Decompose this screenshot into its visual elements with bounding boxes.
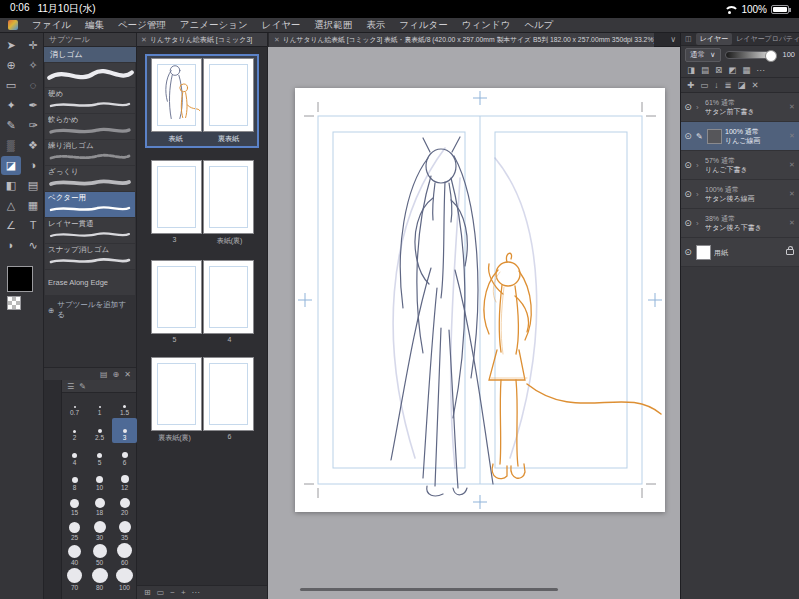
brush-size-option[interactable]: 1 — [87, 393, 112, 418]
subtool-item-kneaded[interactable]: 練り消しゴム — [45, 140, 135, 165]
brush-size-option[interactable]: 18 — [87, 493, 112, 518]
layer-row-action-icon[interactable]: ✕ — [788, 161, 796, 169]
move-tool-icon[interactable]: ✛ — [23, 36, 43, 55]
correct-line-tool-icon[interactable]: ∿ — [23, 236, 43, 255]
wand-tool-icon[interactable]: ✦ — [1, 96, 21, 115]
brush-size-menu-icon[interactable]: ☰ — [67, 382, 74, 391]
clip-at-layer-icon[interactable]: ◨ — [687, 65, 695, 75]
spread-4[interactable]: 裏表紙(裏) 6 — [147, 357, 257, 443]
lasso-tool-icon[interactable]: ◌ — [23, 76, 43, 95]
brush-size-option[interactable]: 8 — [62, 468, 87, 493]
foreground-color-swatch[interactable] — [7, 266, 33, 292]
tab-layer-property[interactable]: レイヤープロパティ — [736, 34, 799, 44]
lock-transparent-pixel-icon[interactable]: ▤ — [701, 65, 709, 75]
subtool-item-soft[interactable]: 軟らかめ — [45, 114, 135, 139]
layer-visibility-icon[interactable]: ⊙ — [683, 218, 693, 228]
brush-size-option[interactable]: 2 — [62, 418, 87, 443]
text-tool-icon[interactable]: T — [23, 216, 43, 235]
layer-visibility-icon[interactable]: ⊙ — [683, 247, 693, 257]
layer-row[interactable]: ⊙ › 100% 通常サタン後ろ線画 ✕ — [681, 180, 799, 209]
chevron-right-icon[interactable]: › — [696, 161, 702, 170]
menu-animation[interactable]: アニメーション — [180, 19, 248, 32]
layer-row[interactable]: ⊙ › 57% 通常りんご下書き ✕ — [681, 151, 799, 180]
pen-tool-icon[interactable]: ✒ — [23, 96, 43, 115]
brush-size-option[interactable]: 40 — [62, 543, 87, 568]
brush-size-option[interactable]: 20 — [112, 493, 137, 518]
brush-size-option[interactable]: 60 — [112, 543, 137, 568]
ruler-tool-icon[interactable]: ∠ — [1, 216, 21, 235]
new-layer-icon[interactable]: ✚ — [687, 80, 694, 90]
subtool-menu-icon[interactable]: ▤ — [100, 370, 108, 379]
add-subtool-button[interactable]: ⊕ サブツールを追加する — [44, 295, 136, 325]
layer-row-action-icon[interactable]: ✕ — [788, 103, 796, 111]
layer-row-action-icon[interactable]: ✕ — [788, 190, 796, 198]
canvas-tab[interactable]: ✕ りんサタりん絵表紙 [コミック3] 表紙・裏表紙/8 (420.00 x 2… — [268, 33, 654, 47]
layer-visibility-icon[interactable]: ⊙ — [683, 102, 693, 112]
layer-row[interactable]: ⊙ › 61% 通常サタン前下書き ✕ — [681, 93, 799, 122]
zoom-tool-icon[interactable]: ⊕ — [1, 56, 21, 75]
menu-layer[interactable]: レイヤー — [262, 19, 301, 32]
select-tool-icon[interactable]: ▭ — [1, 76, 21, 95]
brush-size-option-selected[interactable]: 3 — [112, 418, 137, 443]
brush-size-option[interactable]: 15 — [62, 493, 87, 518]
transfer-down-icon[interactable]: ↓ — [714, 80, 718, 90]
subtool-item-snap-eraser[interactable]: スナップ消しゴム — [45, 244, 135, 269]
delete-layer-icon[interactable]: ✕ — [752, 80, 759, 90]
subtool-item-rough[interactable]: ざっくり — [45, 166, 135, 191]
tab-layer[interactable]: レイヤー — [696, 33, 733, 45]
subtool-new-icon[interactable]: ⊕ — [113, 370, 120, 379]
page-manager-tab[interactable]: ✕ りんサタりん絵表紙 [コミック3] — [137, 33, 267, 47]
canvas-viewport[interactable] — [268, 47, 680, 599]
brush-size-option[interactable]: 1.5 — [112, 393, 137, 418]
spread-3[interactable]: 5 4 — [147, 260, 257, 343]
menu-file[interactable]: ファイル — [32, 19, 71, 32]
menu-help[interactable]: ヘルプ — [524, 19, 553, 32]
brush-size-option[interactable]: 30 — [87, 518, 112, 543]
ruler-range-icon[interactable]: ▦ — [742, 65, 750, 75]
tab-list-dropdown-icon[interactable]: ∨ — [670, 35, 680, 44]
brush-size-option[interactable]: 2.5 — [87, 418, 112, 443]
layer-row-paper[interactable]: ⊙ 用紙 — [681, 238, 799, 267]
brush-size-option[interactable]: 12 — [112, 468, 137, 493]
operation-tool-icon[interactable]: ➤ — [1, 36, 21, 55]
layer-row-action-icon[interactable]: ✕ — [788, 132, 796, 140]
transparent-color-swatch[interactable] — [7, 296, 21, 310]
layer-row[interactable]: ⊙ › 38% 通常サタン後ろ下書き ✕ — [681, 209, 799, 238]
figure-tool-icon[interactable]: △ — [1, 196, 21, 215]
spread-cover[interactable]: 表紙 裏表紙 — [147, 56, 257, 146]
menu-page-manage[interactable]: ページ管理 — [118, 19, 166, 32]
subtool-delete-icon[interactable]: ✕ — [124, 370, 131, 379]
brush-size-option[interactable]: 4 — [62, 443, 87, 468]
layer-visibility-icon[interactable]: ⊙ — [683, 160, 693, 170]
pencil-tool-icon[interactable]: ✎ — [1, 116, 21, 135]
fill-tool-icon[interactable]: ◧ — [1, 176, 21, 195]
subtool-item-erase-along-edge[interactable]: Erase Along Edge — [45, 270, 135, 295]
frame-tool-icon[interactable]: ▦ — [23, 196, 43, 215]
new-folder-icon[interactable]: ▭ — [700, 80, 708, 90]
menu-edit[interactable]: 編集 — [85, 19, 104, 32]
airbrush-tool-icon[interactable]: ▒ — [1, 136, 21, 155]
layer-panel-thumb-icon[interactable]: ◫ — [685, 35, 692, 43]
chevron-right-icon[interactable]: › — [696, 103, 702, 112]
canvas-horizontal-scrollbar[interactable] — [300, 588, 558, 591]
layer-more-icon[interactable]: ⋯ — [756, 65, 765, 75]
subtool-group-tab-eraser[interactable]: 消しゴム — [44, 47, 136, 62]
brush-size-option[interactable]: 10 — [87, 468, 112, 493]
brush-size-option[interactable]: 70 — [62, 568, 87, 593]
page-zoom-in-icon[interactable]: + — [181, 588, 186, 597]
opacity-slider[interactable] — [725, 51, 778, 59]
spread-2[interactable]: 3 表紙(裏) — [147, 160, 257, 246]
tab-close-icon[interactable]: ✕ — [274, 36, 280, 44]
blend-tool-icon[interactable]: ◑ — [23, 156, 43, 175]
brush-size-option[interactable]: 0.7 — [62, 393, 87, 418]
brush-size-edit-icon[interactable]: ✎ — [79, 382, 86, 391]
merge-down-icon[interactable]: ≣ — [724, 80, 731, 90]
page-grid-view-icon[interactable]: ⊞ — [144, 588, 151, 597]
page-spread-view-icon[interactable]: ▭ — [157, 588, 165, 597]
brush-size-option[interactable]: 6 — [112, 443, 137, 468]
layer-mask-icon[interactable]: ◪ — [738, 80, 746, 90]
tab-close-icon[interactable]: ✕ — [141, 36, 147, 44]
subtool-item-layer-through[interactable]: レイヤー貫通 — [45, 218, 135, 243]
eraser-tool-icon[interactable]: ◪ — [1, 156, 21, 175]
chevron-right-icon[interactable]: › — [696, 219, 702, 228]
